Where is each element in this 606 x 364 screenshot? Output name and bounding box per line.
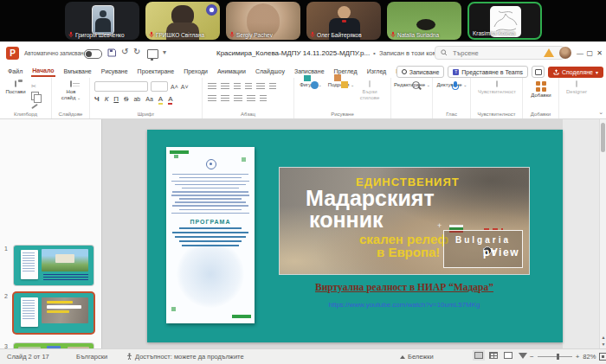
- font-name-select[interactable]: [94, 81, 148, 92]
- shapes-button[interactable]: Фигури ⌄: [298, 81, 324, 89]
- justify-button[interactable]: [247, 95, 255, 102]
- zoom-slider-thumb[interactable]: [557, 354, 559, 360]
- statusbar: Слайд 2 от 17 Български Достъпност: може…: [0, 348, 606, 364]
- quick-access-more-icon[interactable]: ▾: [163, 48, 166, 56]
- tab-recording[interactable]: Записване: [293, 67, 326, 76]
- zoom-in-button[interactable]: +: [576, 353, 580, 361]
- titlebar: P Автоматично записване ↺ ↻ ▾ Красимира_…: [0, 42, 606, 65]
- account-avatar[interactable]: [559, 47, 571, 59]
- present-in-teams-button[interactable]: TПредставяне в Teams: [448, 66, 528, 78]
- new-slide-button[interactable]: Новслайд ⌄: [55, 81, 87, 102]
- record-button[interactable]: Записване: [396, 66, 445, 78]
- slide-editor-area: ПРОГРАМА ЕДИНСТВЕНИЯТ Мадарският конник …: [102, 119, 599, 348]
- search-input[interactable]: [451, 48, 550, 58]
- muted-mic-icon: [310, 31, 315, 38]
- increase-indent-button[interactable]: [245, 83, 252, 90]
- bullets-button[interactable]: [208, 83, 216, 90]
- scrollbar-thumb[interactable]: [601, 123, 605, 152]
- zoom-slider[interactable]: [538, 356, 572, 357]
- document-title: Красимира_Колева-МДПУ 14.11.2025-МДПУ.p.…: [216, 49, 370, 57]
- autosave-toggle[interactable]: [84, 49, 102, 59]
- collapse-ribbon-icon[interactable]: ⌄: [598, 109, 603, 116]
- tab-animations[interactable]: Анимации: [216, 67, 247, 76]
- grow-font-button[interactable]: A˄: [171, 84, 178, 90]
- close-button[interactable]: ✕: [596, 49, 603, 57]
- shrink-font-button[interactable]: A˅: [181, 84, 189, 90]
- cut-icon[interactable]: ✂: [31, 83, 39, 89]
- slide-counter[interactable]: Слайд 2 от 17: [7, 353, 49, 361]
- zoom-percent[interactable]: 82%: [583, 353, 596, 361]
- previous-slide-button[interactable]: ▲: [600, 335, 606, 340]
- participant-tile[interactable]: Natalia Suriadna: [387, 2, 461, 40]
- columns-button[interactable]: [260, 95, 267, 102]
- change-case-button[interactable]: Aa: [145, 96, 153, 102]
- underline-button[interactable]: П: [113, 95, 119, 103]
- participant-tile[interactable]: Олег Байтеряков: [306, 2, 381, 40]
- tab-draw[interactable]: Рисуване: [100, 67, 129, 76]
- fit-slide-to-window-button[interactable]: [599, 353, 606, 361]
- language-indicator[interactable]: Български: [76, 353, 107, 361]
- group-voice: Диктуване ⌄ Глас: [433, 78, 471, 118]
- slide-sorter-view-button[interactable]: [489, 352, 498, 359]
- bold-button[interactable]: Ч: [94, 95, 100, 103]
- slide-thumbnail-panel: 1 2 3 4 5: [0, 119, 102, 348]
- reading-view-button[interactable]: [504, 352, 513, 359]
- tab-home[interactable]: Начало: [31, 67, 55, 77]
- slideshow-view-button[interactable]: [519, 353, 527, 359]
- editing-button[interactable]: Редактиране ⌄: [393, 81, 431, 89]
- font-color-button[interactable]: А: [168, 96, 172, 105]
- character-spacing-button[interactable]: ab: [133, 96, 140, 102]
- italic-button[interactable]: К: [105, 95, 109, 103]
- text-direction-button[interactable]: [269, 83, 276, 90]
- align-left-button[interactable]: [208, 95, 216, 102]
- participant-tile[interactable]: ГРИШКО Світлана: [145, 2, 220, 40]
- maximize-button[interactable]: ▢: [586, 49, 593, 57]
- comments-button[interactable]: [532, 66, 545, 78]
- tab-file[interactable]: Файл: [7, 67, 23, 76]
- redo-icon[interactable]: ↻: [133, 47, 140, 56]
- vertical-scrollbar[interactable]: ▲ ▼: [599, 119, 606, 348]
- participant-tile[interactable]: Григорій Шевченко: [65, 2, 139, 40]
- participant-tile[interactable]: Sergiy Pachev: [226, 2, 300, 40]
- copy-icon[interactable]: [31, 92, 39, 100]
- align-center-button[interactable]: [221, 95, 229, 102]
- tab-design[interactable]: Проектиране: [137, 67, 176, 76]
- numbering-button[interactable]: [221, 83, 229, 90]
- normal-view-button[interactable]: [474, 352, 483, 359]
- decrease-indent-button[interactable]: [234, 83, 241, 90]
- slide-thumbnail-1[interactable]: [14, 246, 93, 285]
- tab-transitions[interactable]: Преходи: [183, 67, 209, 76]
- highlight-color-button[interactable]: А: [158, 96, 163, 105]
- line-spacing-button[interactable]: [256, 83, 265, 90]
- next-slide-button[interactable]: ▼: [600, 342, 606, 347]
- tab-view[interactable]: Изглед: [366, 67, 388, 76]
- format-painter-icon[interactable]: [31, 104, 38, 109]
- madara-rider-image[interactable]: ЕДИНСТВЕНИЯТ Мадарският конник скален ре…: [279, 167, 530, 275]
- font-size-select[interactable]: [151, 81, 168, 92]
- arrange-button[interactable]: Подреди ⌄: [327, 81, 355, 89]
- dictate-button[interactable]: Диктуване ⌄: [435, 81, 469, 89]
- current-slide-canvas[interactable]: ПРОГРАМА ЕДИНСТВЕНИЯТ Мадарският конник …: [147, 130, 563, 342]
- addins-button[interactable]: Добавки: [525, 81, 558, 99]
- slideshow-icon[interactable]: [147, 49, 158, 59]
- share-button[interactable]: Споделяне▾: [548, 67, 603, 78]
- minimize-button[interactable]: —: [577, 49, 583, 57]
- tab-slideshow[interactable]: Слайдшоу: [255, 67, 286, 76]
- notes-button[interactable]: Бележки: [400, 353, 434, 361]
- save-icon[interactable]: [107, 48, 116, 57]
- zoom-out-button[interactable]: −: [530, 353, 534, 361]
- powerpoint-icon: P: [6, 47, 19, 60]
- slide-thumbnail-2-selected[interactable]: [14, 293, 93, 333]
- paste-button[interactable]: Постави: [3, 81, 28, 95]
- undo-icon[interactable]: ↺: [121, 47, 128, 56]
- slide-caption[interactable]: Виртуална реалност в НИАР “Мадара”: [279, 282, 530, 292]
- warning-icon[interactable]: [544, 48, 554, 57]
- tab-insert[interactable]: Вмъкване: [63, 67, 93, 76]
- participant-tile-active-speaker[interactable]: Krasimira Koleva: [467, 2, 542, 40]
- youtube-link[interactable]: https://www.youtube.com/watch?v=10umL57M…: [279, 301, 530, 309]
- align-right-button[interactable]: [234, 95, 242, 102]
- sensitivity-icon: [496, 80, 498, 87]
- program-document-object[interactable]: ПРОГРАМА: [166, 147, 255, 323]
- accessibility-status[interactable]: Достъпност: можете да продължите: [126, 353, 244, 361]
- strikethrough-button[interactable]: S: [124, 95, 128, 103]
